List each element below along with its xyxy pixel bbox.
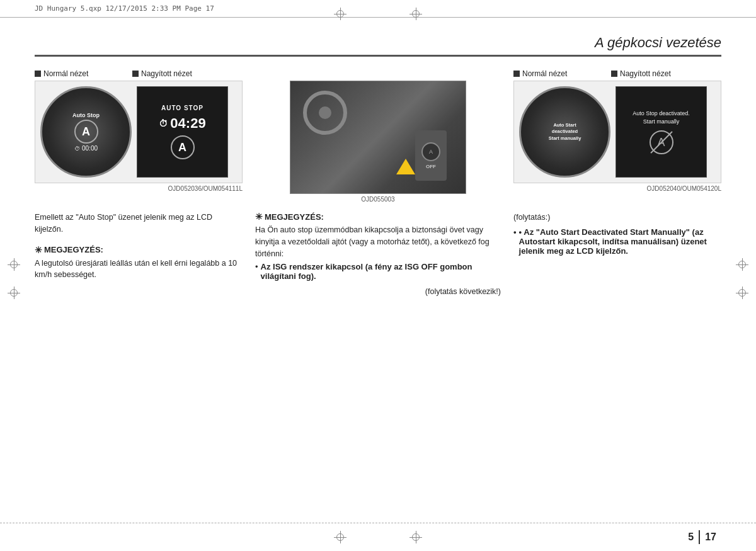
right-continuation-label: (folytatás:) bbox=[513, 212, 721, 224]
center-asterisk-icon: ✳ bbox=[255, 212, 263, 222]
asterisk-icon: ✳ bbox=[35, 245, 42, 255]
left-normal-label: Normál nézet bbox=[35, 69, 132, 78]
main-content: Normál nézet Nagyított nézet Auto Stop A… bbox=[35, 69, 721, 520]
right-panel-caption: OJD052040/OUM054120L bbox=[513, 185, 721, 192]
label-square-icon bbox=[35, 71, 41, 77]
digital-clock-icon: ⏱ bbox=[159, 118, 168, 128]
right-text-col: (folytatás:) • • Az "Auto Start Deactiva… bbox=[513, 212, 721, 298]
right-zoomed-label: Nagyított nézet bbox=[611, 69, 709, 78]
right-label-square-icon bbox=[513, 71, 520, 77]
crop-mark-left-bottom bbox=[8, 287, 20, 299]
bullet-dot-icon: • bbox=[255, 262, 258, 281]
isg-off-label: OFF bbox=[426, 164, 436, 169]
top-row: Normál nézet Nagyított nézet Auto Stop A… bbox=[35, 69, 721, 203]
crop-mark-right-top bbox=[736, 258, 748, 271]
center-photo: A OFF bbox=[290, 81, 466, 194]
center-panel-caption: OJD055003 bbox=[361, 196, 394, 203]
left-panel-caption: OJD052036/OUM054111L bbox=[35, 185, 243, 192]
right-note-bullet: • • Az "Auto Start Deactivated Start Man… bbox=[513, 227, 721, 256]
isg-circle-icon: A bbox=[421, 142, 440, 161]
right-instrument-labels: Normál nézet Nagyított nézet bbox=[513, 69, 721, 78]
auto-start-text: Auto Start deactivated Start manually bbox=[549, 122, 581, 142]
left-zoomed-label: Nagyított nézet bbox=[132, 69, 230, 78]
left-intro-text: Emellett az "Auto Stop" üzenet jelenik m… bbox=[35, 212, 243, 236]
page-footer: 5 17 bbox=[0, 523, 756, 551]
file-info: JD Hungary 5.qxp 12/17/2015 2:33 PM Page… bbox=[35, 4, 214, 13]
right-digital-panel: Auto Stop deactivated. Start manually A bbox=[616, 86, 707, 178]
center-text-col: ✳ MEGJEGYZÉS: Ha Ön auto stop üzemmódban… bbox=[255, 212, 501, 298]
digital-a-circle: A bbox=[171, 135, 195, 159]
crop-mark-top-right bbox=[410, 8, 422, 20]
photo-interior: A OFF bbox=[290, 81, 466, 193]
right-normal-label: Normál nézet bbox=[513, 69, 611, 78]
center-note-header: ✳ MEGJEGYZÉS: bbox=[255, 212, 501, 222]
clock-icon: ⏱ bbox=[74, 145, 80, 152]
page-title: A gépkocsi vezetése bbox=[595, 35, 721, 51]
gauge-label: Auto Stop bbox=[72, 112, 100, 118]
left-gauge-panel: Auto Stop A ⏱ 00:00 bbox=[40, 86, 132, 178]
arrow-up-icon bbox=[396, 159, 415, 174]
crop-mark-right-bottom bbox=[736, 287, 748, 299]
left-digital-panel: AUTO STOP ⏱ 04:29 A bbox=[137, 86, 228, 178]
gauge-a-icon: A bbox=[74, 120, 98, 144]
digital-time: ⏱ 04:29 bbox=[159, 115, 205, 132]
page-numbers: 5 17 bbox=[683, 530, 721, 544]
left-text-col: Emellett az "Auto Stop" üzenet jelenik m… bbox=[35, 212, 243, 298]
steering-wheel-icon bbox=[303, 91, 347, 135]
gauge-time: ⏱ 00:00 bbox=[74, 145, 98, 152]
crop-mark-left-top bbox=[8, 258, 20, 271]
right-gauge-panel: Auto Start deactivated Start manually bbox=[519, 86, 610, 178]
header-bar: JD Hungary 5.qxp 12/17/2015 2:33 PM Page… bbox=[0, 0, 756, 18]
label-square-zoomed-icon bbox=[132, 71, 139, 77]
center-note-intro: Ha Ön auto stop üzemmódban kikapcsolja a… bbox=[255, 224, 501, 259]
page-number-right: 17 bbox=[700, 530, 721, 544]
left-instrument-panels: Auto Stop A ⏱ 00:00 AUTO STOP ⏱ 04:29 bbox=[35, 81, 243, 183]
right-bullet-dot-icon: • bbox=[513, 227, 517, 256]
left-note2-text: A legutolsó üresjárati leállás után el k… bbox=[35, 258, 243, 281]
left-instrument-section: Normál nézet Nagyított nézet Auto Stop A… bbox=[35, 69, 243, 192]
left-note2-header: ✳ MEGJEGYZÉS: bbox=[35, 245, 243, 255]
page-number-left: 5 bbox=[683, 530, 700, 544]
digital-label: AUTO STOP bbox=[161, 105, 203, 111]
text-sections: Emellett az "Auto Stop" üzenet jelenik m… bbox=[35, 212, 721, 298]
center-continuation: (folytatás következik!) bbox=[255, 286, 501, 298]
center-photo-section: A OFF OJD055003 bbox=[249, 69, 507, 203]
crop-mark-top-left bbox=[334, 8, 346, 20]
right-instrument-section: Normál nézet Nagyított nézet Auto Start … bbox=[513, 69, 721, 192]
right-label-square-zoomed-icon bbox=[611, 71, 617, 77]
deactivated-a-icon: A bbox=[650, 130, 673, 154]
center-bullet1: • Az ISG rendszer kikapcsol (a fény az I… bbox=[255, 262, 501, 281]
right-instrument-panels: Auto Start deactivated Start manually Au… bbox=[513, 81, 721, 183]
isg-button: A OFF bbox=[415, 130, 447, 181]
deactivated-text: Auto Stop deactivated. Start manually bbox=[633, 110, 690, 125]
page-title-bar: A gépkocsi vezetése bbox=[35, 35, 721, 57]
left-instrument-labels: Normál nézet Nagyított nézet bbox=[35, 69, 243, 78]
